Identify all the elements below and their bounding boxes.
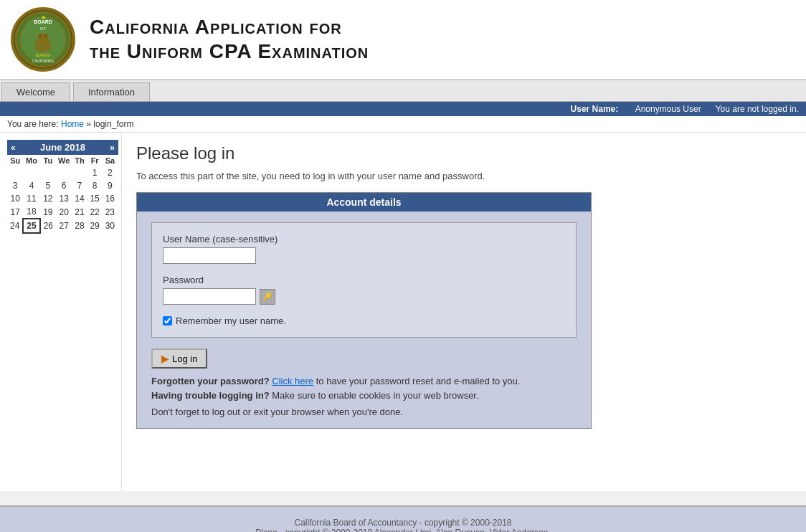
username-display: User Name: Anonymous User <box>571 104 701 114</box>
calendar-day <box>56 166 72 179</box>
svg-point-8 <box>38 34 42 38</box>
login-box-header: Account details <box>137 193 591 212</box>
forgot-password-text: Forgotten your password? Click here to h… <box>151 376 577 386</box>
login-button[interactable]: ▶ Log in <box>151 348 207 369</box>
calendar-title: June 2018 <box>40 142 85 153</box>
login-icon: ▶ <box>161 353 169 364</box>
footer-line1: California Board of Accountancy - copyri… <box>11 518 795 528</box>
calendar-day[interactable]: 3 <box>7 179 23 192</box>
calendar-prev[interactable]: « <box>11 143 16 153</box>
main-layout: « June 2018 » SuMoTuWeThFrSa 12345678910… <box>0 133 806 491</box>
calendar-day[interactable]: 24 <box>7 219 23 233</box>
calendar-day[interactable]: 12 <box>40 192 56 205</box>
password-field-row: Password 🔑 <box>163 275 565 305</box>
calendar-body: 1234567891011121314151617181920212223242… <box>7 166 118 233</box>
password-row: 🔑 <box>163 288 565 305</box>
svg-text:★: ★ <box>41 14 46 21</box>
header: BOARD OF CALIFORNIA EUREKA ★ California … <box>0 0 806 80</box>
note-text: Don't forget to log out or exit your bro… <box>151 407 577 417</box>
calendar-day[interactable]: 30 <box>103 219 118 233</box>
remember-label: Remember my user name. <box>176 315 286 326</box>
calendar-day[interactable]: 2 <box>103 166 118 179</box>
calendar-day[interactable]: 10 <box>7 192 23 205</box>
forgot-password-link[interactable]: Click here <box>272 376 313 386</box>
calendar-table: SuMoTuWeThFrSa 1234567891011121314151617… <box>7 155 118 234</box>
calendar-day[interactable]: 14 <box>72 192 87 205</box>
calendar-day[interactable]: 26 <box>40 219 56 233</box>
password-input[interactable] <box>163 288 256 305</box>
svg-text:CALIFORNIA: CALIFORNIA <box>32 59 54 63</box>
calendar-day[interactable]: 25 <box>23 219 39 233</box>
app-title: California Application for the Uniform C… <box>90 15 369 63</box>
calendar-day <box>7 166 23 179</box>
tab-information[interactable]: Information <box>73 82 150 101</box>
calendar-day[interactable]: 21 <box>72 205 87 219</box>
login-box: Account details User Name (case-sensitiv… <box>136 192 592 429</box>
login-status: You are not logged in. <box>716 104 799 114</box>
calendar-day[interactable]: 13 <box>56 192 72 205</box>
calendar-week-row: 17181920212223 <box>7 205 118 219</box>
breadcrumb-home[interactable]: Home <box>61 119 84 129</box>
intro-text: To access this part of the site, you nee… <box>136 171 792 181</box>
svg-point-9 <box>44 34 48 38</box>
calendar-week-row: 3456789 <box>7 179 118 192</box>
calendar-week-row: 12 <box>7 166 118 179</box>
remember-checkbox[interactable] <box>163 316 172 326</box>
login-box-body: User Name (case-sensitive) Password 🔑 <box>137 212 591 428</box>
page-title: Please log in <box>136 143 792 163</box>
calendar-day <box>72 166 87 179</box>
calendar-day[interactable]: 18 <box>23 205 39 219</box>
calendar: « June 2018 » SuMoTuWeThFrSa 12345678910… <box>7 140 118 234</box>
breadcrumb: You are here: Home » login_form <box>0 116 806 133</box>
svg-text:OF: OF <box>40 27 47 31</box>
calendar-day[interactable]: 11 <box>23 192 39 205</box>
calendar-day[interactable]: 1 <box>87 166 103 179</box>
main-content: Please log in To access this part of the… <box>122 133 806 491</box>
calendar-day[interactable]: 7 <box>72 179 87 192</box>
trouble-text: Having trouble logging in? Make sure to … <box>151 390 577 401</box>
svg-text:EUREKA: EUREKA <box>36 53 51 57</box>
calendar-day[interactable]: 4 <box>23 179 39 192</box>
username-field-row: User Name (case-sensitive) <box>163 234 565 264</box>
nav-bar: Welcome Information <box>0 80 806 102</box>
calendar-day[interactable]: 23 <box>103 205 118 219</box>
calendar-day[interactable]: 17 <box>7 205 23 219</box>
calendar-day[interactable]: 5 <box>40 179 56 192</box>
tab-welcome[interactable]: Welcome <box>1 82 70 101</box>
calendar-day[interactable]: 29 <box>87 219 103 233</box>
calendar-day[interactable]: 15 <box>87 192 103 205</box>
password-toggle-icon[interactable]: 🔑 <box>260 289 275 305</box>
form-group: User Name (case-sensitive) Password 🔑 <box>151 222 577 338</box>
calendar-day[interactable]: 20 <box>56 205 72 219</box>
logo: BOARD OF CALIFORNIA EUREKA ★ <box>11 7 75 72</box>
calendar-day[interactable]: 19 <box>40 205 56 219</box>
calendar-next[interactable]: » <box>110 143 115 153</box>
remember-row: Remember my user name. <box>163 315 565 326</box>
calendar-day[interactable]: 6 <box>56 179 72 192</box>
footer: California Board of Accountancy - copyri… <box>0 505 806 532</box>
calendar-week-row: 24252627282930 <box>7 219 118 233</box>
calendar-header: « June 2018 » <box>7 140 118 155</box>
calendar-days-header: SuMoTuWeThFrSa <box>7 155 118 166</box>
calendar-day[interactable]: 16 <box>103 192 118 205</box>
sidebar: « June 2018 » SuMoTuWeThFrSa 12345678910… <box>0 133 122 491</box>
username-input[interactable] <box>163 247 256 264</box>
password-label: Password <box>163 275 565 285</box>
calendar-day[interactable]: 22 <box>87 205 103 219</box>
calendar-day <box>40 166 56 179</box>
calendar-week-row: 10111213141516 <box>7 192 118 205</box>
username-label: User Name (case-sensitive) <box>163 234 565 244</box>
user-bar: User Name: Anonymous User You are not lo… <box>0 102 806 116</box>
footer-line2: Plone - copyright © 2000-2018 Alexander … <box>11 528 795 532</box>
calendar-day[interactable]: 27 <box>56 219 72 233</box>
calendar-day <box>23 166 39 179</box>
calendar-day[interactable]: 8 <box>87 179 103 192</box>
calendar-day[interactable]: 28 <box>72 219 87 233</box>
calendar-day[interactable]: 9 <box>103 179 118 192</box>
